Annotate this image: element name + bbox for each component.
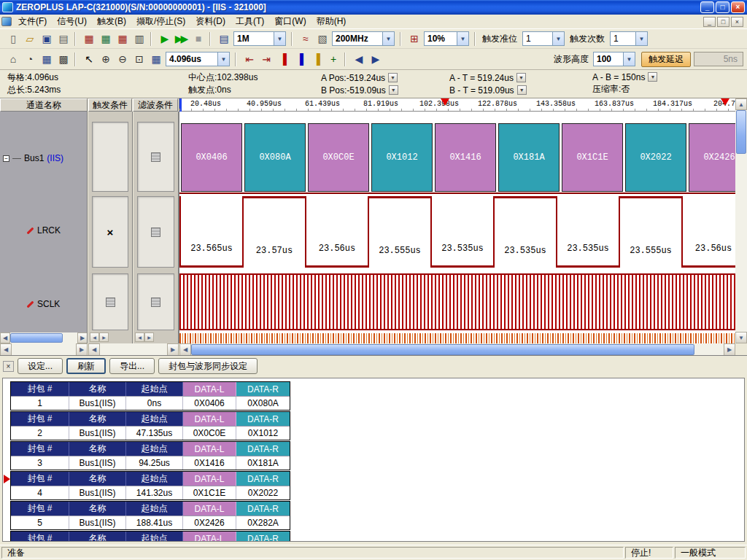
waveform-vscrollbar[interactable]: ▲ ▼ <box>735 98 747 343</box>
menu-item-4[interactable]: 资料(D) <box>190 14 231 29</box>
scroll-left-icon[interactable]: ◀ <box>0 343 12 356</box>
save-icon[interactable]: ▣ <box>37 31 54 47</box>
scroll-down-icon[interactable]: ▼ <box>735 332 747 343</box>
waveform-hscrollbar[interactable]: ◀ ▶ <box>179 343 735 356</box>
channel-row-bus1[interactable]: − Bus1 (IIS) <box>3 152 63 164</box>
scrollbar-thumb[interactable] <box>736 110 746 154</box>
sclk-waveform-track[interactable] <box>179 273 735 330</box>
next-point-icon[interactable]: ▶ <box>366 52 383 67</box>
column-header-channel-name[interactable]: 通道名称 <box>0 98 88 112</box>
dropdown-arrow-icon[interactable]: ▼ <box>635 32 647 45</box>
filter-cell-sclk[interactable] <box>137 273 174 330</box>
names-hscrollbar[interactable]: ◀ ▶ <box>0 343 88 356</box>
scroll-right-icon[interactable]: ▶ <box>167 343 179 356</box>
condition-hscrollbar[interactable]: ◀ ▶ <box>88 343 179 356</box>
dropdown-arrow-icon[interactable]: ▼ <box>552 32 564 45</box>
trigger-count-combo[interactable]: 1 ▼ <box>610 31 648 46</box>
column-hscrollbar[interactable]: ◀ ▶ <box>90 332 109 342</box>
trigger-cell-sclk[interactable] <box>92 273 128 330</box>
scroll-left-icon[interactable]: ◀ <box>0 332 10 343</box>
a-bar-icon[interactable]: ▐ <box>274 52 290 67</box>
packet-block[interactable]: 封包 #名称起始点DATA-LDATA-R6Bus1(IIS)235.53us0… <box>10 531 290 542</box>
menu-item-1[interactable]: 信号(U) <box>52 14 92 29</box>
trigger-delay-button[interactable]: 触发延迟 <box>641 52 691 67</box>
menu-item-6[interactable]: 窗口(W) <box>269 14 311 29</box>
bus-data-segment[interactable]: 0X0C0E <box>308 123 369 192</box>
time-div-combo[interactable]: 4.096us ▼ <box>166 52 230 66</box>
bus-data-segment[interactable]: 0X1C1E <box>562 123 623 192</box>
menu-item-0[interactable]: 文件(F) <box>13 14 52 29</box>
mdi-close-button[interactable]: × <box>731 17 743 27</box>
scroll-up-icon[interactable]: ▲ <box>735 98 747 110</box>
b-t-dropdown-icon[interactable]: ▼ <box>517 85 527 95</box>
trigger-level-combo[interactable]: 1 ▼ <box>522 31 565 46</box>
counter-icon[interactable]: ▦ <box>37 52 54 67</box>
packet-block[interactable]: 封包 #名称起始点DATA-LDATA-R4Bus1(IIS)141.32us0… <box>10 471 290 500</box>
analyzer-stack-icon[interactable]: ▥ <box>130 31 147 47</box>
clock-icon[interactable]: ◔ <box>20 52 37 67</box>
bus-data-segment[interactable]: 0X2022 <box>625 123 686 192</box>
zoom-out-icon[interactable]: ⊖ <box>113 52 130 67</box>
dropdown-arrow-icon[interactable]: ▼ <box>623 52 635 66</box>
memory-depth-icon[interactable]: ▤ <box>214 31 231 47</box>
dropdown-arrow-icon[interactable]: ▼ <box>274 32 285 45</box>
collapse-icon[interactable]: − <box>3 155 9 162</box>
bus-setup-icon[interactable]: ▦ <box>96 31 113 47</box>
bus-data-segment[interactable]: 0X1012 <box>371 123 433 192</box>
display-mode-icon[interactable]: ▩ <box>54 52 71 67</box>
minimize-button[interactable]: _ <box>700 1 714 13</box>
lrck-waveform-track[interactable]: 23.565us23.57us23.56us23.555us23.535us23… <box>179 196 735 268</box>
mdi-restore-button[interactable]: □ <box>717 17 729 27</box>
scroll-right-icon[interactable]: ▶ <box>724 343 735 356</box>
channel-row-lrck[interactable]: LRCK <box>26 225 61 236</box>
bus-data-segment[interactable]: 0X080A <box>244 123 306 192</box>
print-icon[interactable]: ▤ <box>54 31 71 47</box>
next-edge-icon[interactable]: ⇥ <box>257 52 274 67</box>
channel-row-sclk[interactable]: SCLK <box>26 298 60 310</box>
mdi-minimize-button[interactable]: _ <box>703 17 716 27</box>
trigger-marker-icon[interactable] <box>441 98 449 110</box>
waveform-area[interactable]: 20.48us40.959us61.439us81.919us102.398us… <box>179 98 735 343</box>
bus1-waveform-track[interactable]: 0X04060X080A0X0C0E0X10120X14160X181A0X1C… <box>179 123 735 192</box>
filter-cell-bus1[interactable] <box>137 122 174 192</box>
menu-item-5[interactable]: 工具(T) <box>231 14 269 29</box>
time-ruler[interactable]: 20.48us40.959us61.439us81.919us102.398us… <box>179 98 735 112</box>
scroll-left-icon[interactable]: ◀ <box>135 332 144 342</box>
refresh-button[interactable]: 刷新 <box>66 358 106 374</box>
dropdown-arrow-icon[interactable]: ▼ <box>382 32 394 45</box>
column-header-trigger-condition[interactable]: 触发条件 <box>88 98 132 112</box>
scroll-left-icon[interactable]: ◀ <box>90 332 99 342</box>
scrollbar-thumb[interactable] <box>10 333 63 343</box>
trigger-cell-bus1[interactable] <box>92 122 128 192</box>
memory-depth-combo[interactable]: 1M ▼ <box>233 31 286 46</box>
close-panel-icon[interactable]: × <box>3 361 14 372</box>
repeat-run-icon[interactable]: ▶▶ <box>172 31 189 47</box>
bus-data-segment[interactable]: 0X1416 <box>435 123 496 192</box>
dropdown-arrow-icon[interactable]: ▼ <box>457 32 468 45</box>
zoom-fit-icon[interactable]: ⊡ <box>130 52 147 67</box>
column-header-filter-condition[interactable]: 滤波条件 <box>133 98 178 112</box>
a-t-dropdown-icon[interactable]: ▼ <box>516 73 526 82</box>
sampling-setup-icon[interactable]: ▦ <box>80 31 96 47</box>
scroll-right-icon[interactable]: ▶ <box>144 332 154 342</box>
a-pos-dropdown-icon[interactable]: ▼ <box>388 73 398 82</box>
wave-height-combo[interactable]: 100 ▼ <box>593 52 635 66</box>
sync-packet-waveform-button[interactable]: 封包与波形同步设定 <box>158 358 258 374</box>
trigger-page-icon[interactable]: ⊞ <box>405 31 422 47</box>
filter-cell-lrck[interactable] <box>137 196 174 268</box>
export-button[interactable]: 导出... <box>109 358 155 374</box>
dropdown-arrow-icon[interactable]: ▼ <box>217 52 229 66</box>
channel-panel-hscrollbar[interactable]: ◀ ▶ <box>0 332 88 343</box>
packet-block[interactable]: 封包 #名称起始点DATA-LDATA-R2Bus1(IIS)47.135us0… <box>10 411 290 440</box>
a-b-dropdown-icon[interactable]: ▼ <box>648 72 657 82</box>
trigger-setup-icon[interactable]: ▦ <box>113 31 130 47</box>
bus-data-segment[interactable]: 0X2426 <box>689 123 735 192</box>
waveform-grid-icon[interactable]: ▦ <box>147 52 163 67</box>
trigger-cell-lrck[interactable]: × <box>92 196 128 268</box>
close-button[interactable]: × <box>731 1 745 13</box>
packet-block[interactable]: 封包 #名称起始点DATA-LDATA-R5Bus1(IIS)188.41us0… <box>10 501 290 530</box>
scroll-left-icon[interactable]: ◀ <box>88 343 100 356</box>
menu-item-3[interactable]: 撷取/停止(S) <box>131 14 190 29</box>
add-bar-icon[interactable]: + <box>324 52 341 67</box>
prev-edge-icon[interactable]: ⇤ <box>240 52 257 67</box>
